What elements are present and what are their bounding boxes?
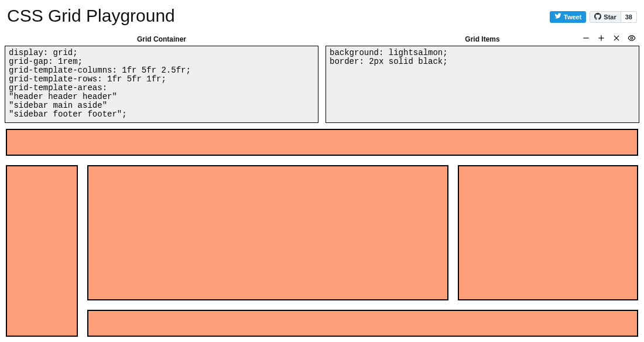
preview-area [5,129,639,337]
header-row: CSS Grid Playground Tweet Star 38 [5,5,639,29]
grid-items-code-input[interactable] [326,46,639,123]
grid-items-label: Grid Items [465,35,499,43]
grid-container-code-input[interactable] [5,46,318,123]
tweet-button[interactable]: Tweet [550,11,586,23]
add-item-button[interactable] [597,35,605,43]
grid-preview [6,129,638,337]
editors-row: Grid Container Grid Items [5,33,639,123]
grid-cell-header [6,129,638,156]
svg-point-5 [631,37,633,39]
grid-items-editor: Grid Items [326,33,639,123]
grid-cell-footer [87,310,638,337]
reset-button[interactable] [612,35,621,43]
github-star-count[interactable]: 38 [621,11,637,23]
grid-items-editor-head: Grid Items [326,33,639,46]
grid-container-label: Grid Container [137,35,186,43]
close-icon [612,34,621,45]
eye-icon [627,34,636,45]
grid-container-editor: Grid Container [5,33,318,123]
page-title: CSS Grid Playground [7,6,175,26]
github-star-group[interactable]: Star 38 [590,11,637,23]
plus-icon [597,34,605,45]
twitter-icon [554,11,561,23]
grid-cell-sidebar [6,165,78,337]
toggle-visibility-button[interactable] [628,35,636,43]
github-star-label: Star [604,13,616,20]
remove-item-button[interactable] [582,35,590,43]
grid-cell-main [87,165,448,300]
tweet-button-label: Tweet [564,11,581,23]
minus-icon [582,34,590,45]
grid-container-editor-head: Grid Container [5,33,318,46]
grid-cell-aside [458,165,638,300]
github-star-button[interactable]: Star [590,11,621,23]
social-buttons: Tweet Star 38 [550,11,637,23]
grid-items-toolbar [582,33,636,46]
github-icon [594,13,601,21]
